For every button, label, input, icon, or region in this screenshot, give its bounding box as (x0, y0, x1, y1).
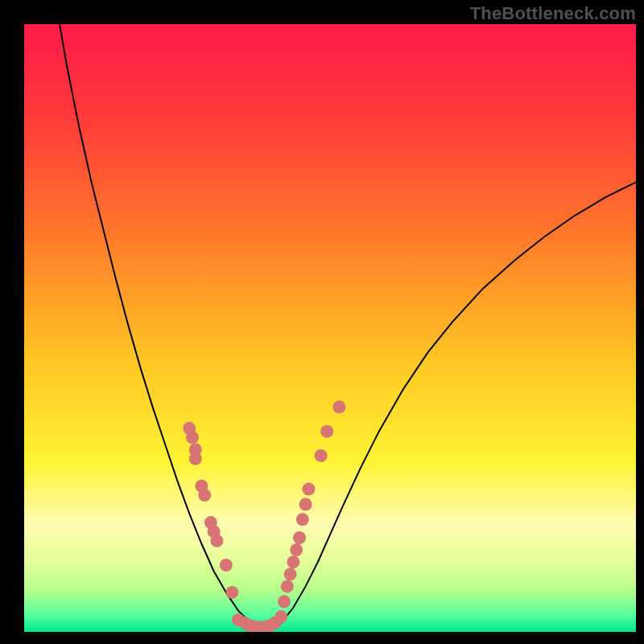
data-marker (281, 580, 294, 592)
data-marker (189, 452, 202, 465)
data-marker (210, 535, 223, 547)
data-marker (332, 401, 345, 414)
plot-area (24, 24, 636, 632)
data-marker (320, 425, 333, 438)
data-marker (186, 431, 199, 444)
data-marker (225, 586, 238, 599)
data-marker (302, 483, 315, 496)
chart-svg (24, 24, 636, 632)
data-marker (278, 595, 291, 608)
data-marker (287, 555, 299, 568)
watermark-text: TheBottleneck.com (470, 3, 636, 24)
data-marker (315, 449, 328, 462)
data-marker (198, 489, 211, 502)
data-marker (293, 531, 306, 544)
data-marker (296, 513, 309, 526)
data-marker (284, 568, 297, 580)
gradient-background (24, 24, 636, 632)
data-marker (290, 543, 303, 556)
chart-stage: TheBottleneck.com (0, 0, 644, 644)
data-marker (275, 610, 287, 623)
data-marker (220, 559, 233, 572)
data-marker (299, 498, 312, 511)
